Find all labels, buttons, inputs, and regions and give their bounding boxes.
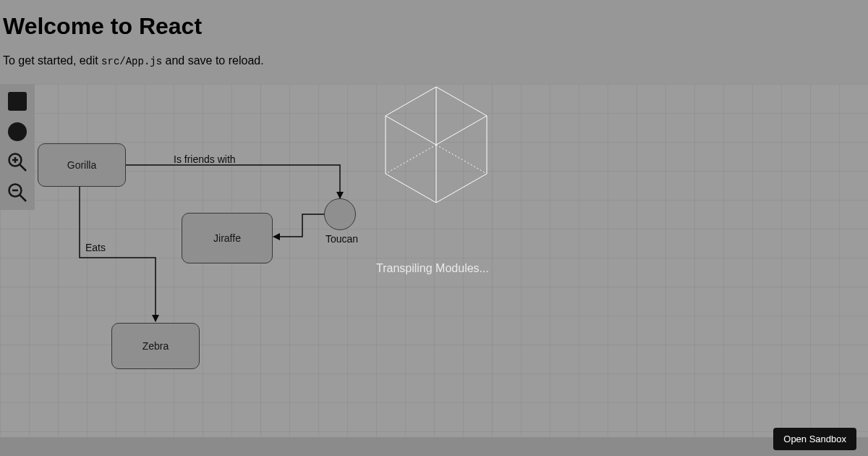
intro-prefix: To get started, edit [3,54,101,67]
circle-shape-tool[interactable] [4,119,30,145]
zoom-out-tool[interactable] [4,180,30,206]
node-toucan[interactable] [324,198,356,230]
svg-line-12 [436,116,487,145]
page-title: Welcome to React [0,0,868,40]
svg-line-14 [386,145,436,174]
edge-label-friends: Is friends with [174,153,236,165]
svg-point-1 [8,122,27,141]
node-jiraffe[interactable]: Jiraffe [182,213,273,263]
svg-line-11 [386,116,436,145]
footer-strip [0,437,868,456]
edge-gorilla-zebra [80,187,156,321]
edge-gorilla-toucan [126,165,340,198]
open-sandbox-button[interactable]: Open Sandbox [773,428,856,450]
node-zebra[interactable]: Zebra [111,323,200,369]
svg-line-7 [20,195,26,201]
cube-icon [382,83,490,206]
edge-toucan-jiraffe [273,214,324,237]
node-label: Gorilla [67,159,96,171]
shape-toolbar [0,84,35,210]
node-label: Zebra [142,340,169,352]
intro-text: To get started, edit src/App.js and save… [0,40,868,67]
intro-code: src/App.js [101,56,162,67]
edge-label-eats: Eats [85,242,106,253]
svg-line-15 [436,145,487,174]
square-shape-tool[interactable] [4,88,30,114]
zoom-in-tool[interactable] [4,149,30,175]
status-text: Transpiling Modules... [376,262,489,275]
svg-line-3 [20,164,26,171]
node-label: Jiraffe [213,232,241,244]
node-toucan-label: Toucan [326,233,358,245]
svg-rect-0 [8,92,27,111]
node-gorilla[interactable]: Gorilla [38,143,126,187]
intro-suffix: and save to reload. [162,54,264,67]
